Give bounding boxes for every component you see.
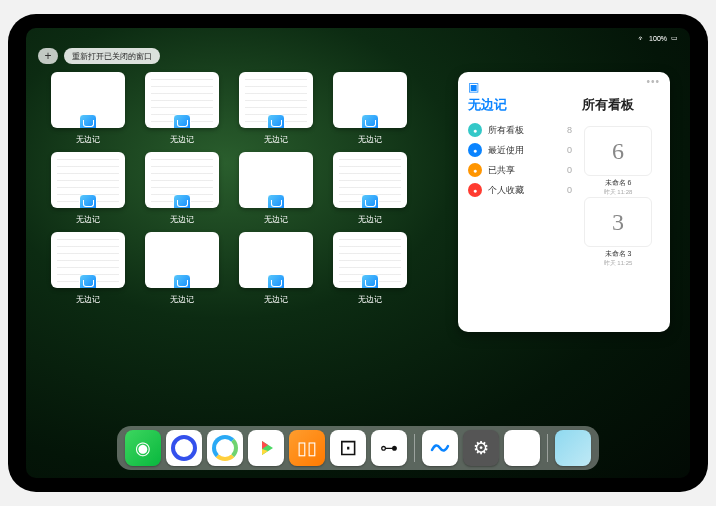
freeform-app-icon [173, 114, 191, 128]
ipad-frame: ᯤ 100% ▭ + 重新打开已关闭的窗口 无边记 无边记 无边记 无边记 无边… [8, 14, 708, 492]
freeform-app-icon [267, 114, 285, 128]
board-card[interactable]: 6 未命名 6 昨天 11:28 [582, 126, 654, 197]
freeform-icon[interactable] [422, 430, 458, 466]
thumb-label: 无边记 [170, 214, 194, 225]
sidebar-item-count: 0 [567, 165, 572, 175]
thumb-label: 无边记 [358, 134, 382, 145]
settings-icon[interactable]: ⚙ [463, 430, 499, 466]
sidebar-item-count: 8 [567, 125, 572, 135]
board-name: 未命名 3 [605, 249, 632, 259]
sidebar-item-label: 个人收藏 [488, 184, 524, 197]
thumb-label: 无边记 [170, 134, 194, 145]
window-thumb[interactable]: 无边记 [332, 72, 408, 148]
panel-left-title: 无边记 [468, 96, 572, 114]
sidebar-item-label: 最近使用 [488, 144, 524, 157]
sidebar-item[interactable]: ● 最近使用 0 [468, 140, 572, 160]
battery-pct: 100% [649, 35, 667, 42]
thumb-card[interactable] [51, 232, 125, 288]
sidebar-item-label: 已共享 [488, 164, 515, 177]
board-name: 未命名 6 [605, 178, 632, 188]
clock-icon: ● [468, 143, 482, 157]
thumb-card[interactable] [145, 232, 219, 288]
thumb-card[interactable] [51, 72, 125, 128]
status-bar: ᯤ 100% ▭ [26, 31, 690, 45]
play-icon[interactable] [248, 430, 284, 466]
freeform-app-icon [361, 274, 379, 288]
thumb-label: 无边记 [358, 214, 382, 225]
dock-separator [414, 434, 415, 462]
freeform-app-icon [361, 114, 379, 128]
dock-separator [547, 434, 548, 462]
window-thumb[interactable]: 无边记 [144, 232, 220, 308]
topbar: + 重新打开已关闭的窗口 [38, 48, 160, 64]
freeform-app-icon [173, 194, 191, 208]
app-library-icon[interactable] [555, 430, 591, 466]
heart-icon: ● [468, 183, 482, 197]
thumb-label: 无边记 [76, 294, 100, 305]
notes-icon[interactable] [504, 430, 540, 466]
freeform-app-icon [267, 274, 285, 288]
freeform-app-icon [267, 194, 285, 208]
thumb-card[interactable] [145, 72, 219, 128]
board-card[interactable]: 3 未命名 3 昨天 11:25 [582, 197, 654, 268]
thumb-card[interactable] [239, 232, 313, 288]
sidebar-item[interactable]: ● 所有看板 8 [468, 120, 572, 140]
window-thumb[interactable]: 无边记 [332, 232, 408, 308]
books-icon[interactable]: ▯▯ [289, 430, 325, 466]
new-window-button[interactable]: + [38, 48, 58, 64]
content: 无边记 无边记 无边记 无边记 无边记 无边记 无边记 无边记 无边记 无边记 [50, 72, 670, 420]
freeform-app-icon [173, 274, 191, 288]
thumb-card[interactable] [333, 152, 407, 208]
thumb-card[interactable] [239, 72, 313, 128]
sidebar-item[interactable]: ● 个人收藏 0 [468, 180, 572, 200]
square-icon: ● [468, 123, 482, 137]
window-thumb[interactable]: 无边记 [238, 152, 314, 228]
window-thumb[interactable]: 无边记 [238, 72, 314, 148]
window-thumb[interactable]: 无边记 [50, 152, 126, 228]
sidebar-icon[interactable]: ▣ [468, 80, 572, 94]
wechat-icon[interactable]: ◉ [125, 430, 161, 466]
dice-icon[interactable]: ⊡ [330, 430, 366, 466]
freeform-app-icon [79, 194, 97, 208]
freeform-app-icon [79, 114, 97, 128]
thumb-card[interactable] [51, 152, 125, 208]
window-thumb[interactable]: 无边记 [332, 152, 408, 228]
thumb-card[interactable] [333, 232, 407, 288]
connect-icon[interactable]: ⊶ [371, 430, 407, 466]
battery-icon: ▭ [671, 34, 678, 42]
window-thumb[interactable]: 无边记 [50, 232, 126, 308]
sidebar-item-label: 所有看板 [488, 124, 524, 137]
thumb-label: 无边记 [76, 214, 100, 225]
panel-right-title: 所有看板 [582, 96, 660, 114]
board-date: 昨天 11:25 [604, 259, 633, 268]
thumb-label: 无边记 [264, 294, 288, 305]
thumb-card[interactable] [333, 72, 407, 128]
dock: ◉▯▯⊡⊶⚙ [117, 426, 599, 470]
window-thumb[interactable]: 无边记 [50, 72, 126, 148]
window-thumb[interactable]: 无边记 [144, 152, 220, 228]
sidebar-item-count: 0 [567, 145, 572, 155]
freeform-app-icon [79, 274, 97, 288]
thumb-label: 无边记 [76, 134, 100, 145]
screen: ᯤ 100% ▭ + 重新打开已关闭的窗口 无边记 无边记 无边记 无边记 无边… [26, 28, 690, 478]
window-thumb[interactable]: 无边记 [238, 232, 314, 308]
window-grid: 无边记 无边记 无边记 无边记 无边记 无边记 无边记 无边记 无边记 无边记 [50, 72, 438, 420]
quark-icon[interactable] [166, 430, 202, 466]
thumb-card[interactable] [145, 152, 219, 208]
thumb-card[interactable] [239, 152, 313, 208]
board-date: 昨天 11:28 [604, 188, 633, 197]
freeform-panel[interactable]: ••• ▣ 无边记 ● 所有看板 8● 最近使用 0● 已共享 0● 个人收藏 … [458, 72, 670, 332]
board-thumb: 3 [584, 197, 652, 247]
wifi-icon: ᯤ [638, 35, 645, 42]
freeform-app-icon [361, 194, 379, 208]
window-thumb[interactable]: 无边记 [144, 72, 220, 148]
board-thumb: 6 [584, 126, 652, 176]
person-icon: ● [468, 163, 482, 177]
qq-browser-icon[interactable] [207, 430, 243, 466]
reopen-closed-window-button[interactable]: 重新打开已关闭的窗口 [64, 48, 160, 64]
more-icon[interactable]: ••• [646, 76, 660, 87]
thumb-label: 无边记 [358, 294, 382, 305]
thumb-label: 无边记 [170, 294, 194, 305]
sidebar-item-count: 0 [567, 185, 572, 195]
sidebar-item[interactable]: ● 已共享 0 [468, 160, 572, 180]
